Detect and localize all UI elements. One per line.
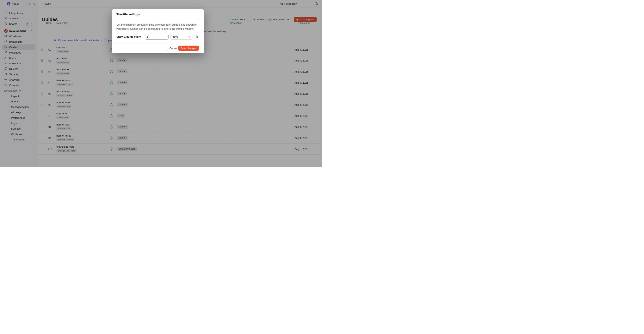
- cancel-button[interactable]: Cancel: [167, 46, 180, 51]
- app-root: k Knock Guides Feedback? IntegrationsSet…: [0, 0, 322, 167]
- modal-divider: [112, 20, 204, 20]
- text-caret: [148, 35, 149, 38]
- modal-description: Set the minimum amount of time between e…: [116, 23, 200, 31]
- modal-footer-divider: [112, 43, 204, 44]
- throttle-window-unit-select[interactable]: days: [170, 34, 192, 40]
- modal-title: Throttle settings: [116, 13, 140, 16]
- throttle-window-label: Show 1 guide every: [116, 35, 141, 38]
- unit-selected-value: days: [172, 35, 178, 38]
- input-value: 1: [147, 35, 148, 38]
- save-changes-button[interactable]: Save changes: [178, 46, 199, 51]
- select-updown-icon: [188, 36, 190, 38]
- throttle-settings-modal: Throttle settings Set the minimum amount…: [112, 9, 204, 53]
- trash-icon[interactable]: [195, 35, 198, 38]
- throttle-window-value-input[interactable]: 1: [145, 34, 168, 40]
